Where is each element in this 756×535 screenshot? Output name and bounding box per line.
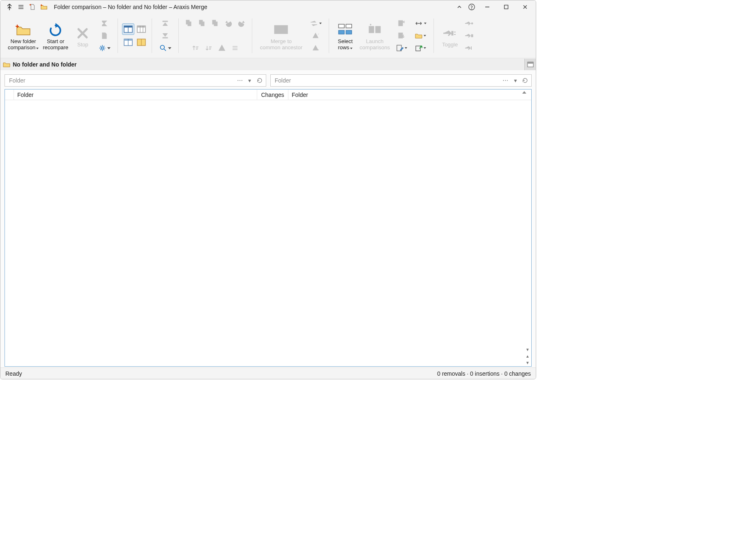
flow1-icon [463,18,475,29]
warn-up-icon [309,30,322,41]
merge-common-ancestor-label: Merge to common ancestor [260,39,302,51]
export-dropdown[interactable] [411,42,429,54]
comparison-grid: Folder Changes Folder ▼ ▲ ▼ [5,89,532,367]
column-folder-right[interactable]: Folder [288,90,531,100]
history-icon[interactable] [521,76,530,85]
svg-text:3: 3 [216,23,217,25]
column-changes[interactable]: Changes [257,90,288,100]
open-folder-dropdown[interactable] [411,30,429,41]
settings-dropdown[interactable] [95,42,113,54]
svg-point-1 [471,9,472,9]
close-button[interactable] [516,1,534,13]
folder-plus-icon [14,22,32,38]
new-folder-comparison-button[interactable]: New folder comparison [6,21,40,51]
nav-bottom-icon [159,30,171,41]
right-folder-path-input[interactable]: Folder ⋯ ▾ [270,74,532,87]
zoom-dropdown[interactable] [156,42,174,54]
layout-three-pane-icon[interactable] [135,23,148,35]
content-area: Folder ⋯ ▾ Folder ⋯ ▾ [0,70,536,367]
chevron-down-icon[interactable]: ▾ [511,76,520,85]
svg-rect-34 [369,26,374,33]
sort-up-icon [189,42,202,54]
ribbon-toolbar: New folder comparison Start or recompare… [0,14,536,58]
svg-text:2: 2 [203,23,204,25]
folder-icon [3,62,10,67]
svg-point-41 [471,23,473,24]
select-rows-button[interactable]: Select rows [333,21,357,51]
left-folder-placeholder: Folder [9,77,235,84]
start-recompare-button[interactable]: Start or recompare [41,21,70,51]
svg-point-28 [221,49,222,50]
svg-rect-33 [346,30,352,34]
flow2-icon [463,30,475,41]
sort-asc-icon [522,91,526,94]
svg-rect-36 [399,21,403,26]
svg-rect-17 [163,37,168,38]
tab-strip: No folder and No folder [0,58,536,70]
scroll-bottom-icon[interactable]: ▼ [525,360,530,365]
svg-rect-37 [399,33,403,38]
new-folder-icon[interactable] [38,1,50,13]
sigma-icon [98,18,111,29]
new-file-icon[interactable] [27,1,38,13]
right-folder-placeholder: Folder [275,77,501,84]
svg-rect-16 [163,21,168,22]
copy2-icon: 2 [196,18,208,29]
alert-icon [216,42,228,54]
page-edit-dropdown[interactable] [392,42,410,54]
ellipsis-icon[interactable]: ⋯ [235,76,244,85]
hsync-dropdown[interactable] [411,18,429,29]
svg-rect-29 [274,25,288,34]
history-icon[interactable] [255,76,264,85]
svg-rect-32 [339,30,344,34]
sort-down-icon [203,42,215,54]
chevron-down-icon[interactable]: ▾ [245,76,254,85]
svg-point-18 [160,45,164,49]
help-icon[interactable] [466,1,477,13]
active-tab[interactable]: No folder and No folder [3,61,77,68]
merge-icon [272,22,290,38]
list-icon [229,42,241,54]
copy3-icon: 3 [209,18,221,29]
warn-down-icon [309,42,322,54]
stop-label: Stop [77,42,88,48]
layout-two-pane-icon[interactable] [122,23,134,35]
grid-gutter-header[interactable] [5,90,14,100]
column-folder-left[interactable]: Folder [14,90,257,100]
merge-common-ancestor-button: Merge to common ancestor [256,21,306,51]
grid-header: Folder Changes Folder [5,90,531,100]
collapse-ribbon-icon[interactable] [454,1,465,13]
scroll-down-icon[interactable]: ▼ [525,347,530,352]
svg-rect-31 [346,24,352,28]
layout-alt2-icon[interactable] [135,37,148,48]
new-folder-comparison-label: New folder comparison [8,38,36,51]
svg-rect-44 [528,62,533,64]
window-title: Folder comparison – No folder and No fol… [50,4,454,10]
svg-rect-42 [471,34,473,37]
svg-rect-8 [137,26,145,28]
svg-rect-30 [339,24,344,28]
toggle-label: Toggle [442,42,458,48]
start-recompare-label: Start or recompare [43,39,68,51]
pane-toggle-button[interactable] [524,59,536,70]
minimize-button[interactable] [478,1,496,13]
refresh-icon [48,22,63,38]
launch-comparisons-label: Launch comparisons [360,39,390,51]
scroll-top-icon[interactable]: ▲ [525,353,530,359]
svg-text:1: 1 [189,23,191,25]
app-icon [4,1,15,13]
svg-rect-40 [452,31,453,35]
maximize-button[interactable] [497,1,515,13]
page-icon [98,30,111,41]
scroll-controls: ▼ ▲ ▼ [525,347,530,365]
hamburger-menu-icon[interactable] [15,1,27,13]
left-folder-path-input[interactable]: Folder ⋯ ▾ [5,74,266,87]
page-x-icon [395,18,408,29]
ellipsis-icon[interactable]: ⋯ [501,76,510,85]
svg-point-3 [101,47,103,49]
svg-rect-35 [376,26,380,33]
launch-comparisons-button: Launch comparisons [358,21,392,51]
layout-alt1-icon[interactable] [122,37,134,48]
launch-icon [366,22,383,38]
grid-body[interactable]: ▼ ▲ ▼ [5,100,531,366]
